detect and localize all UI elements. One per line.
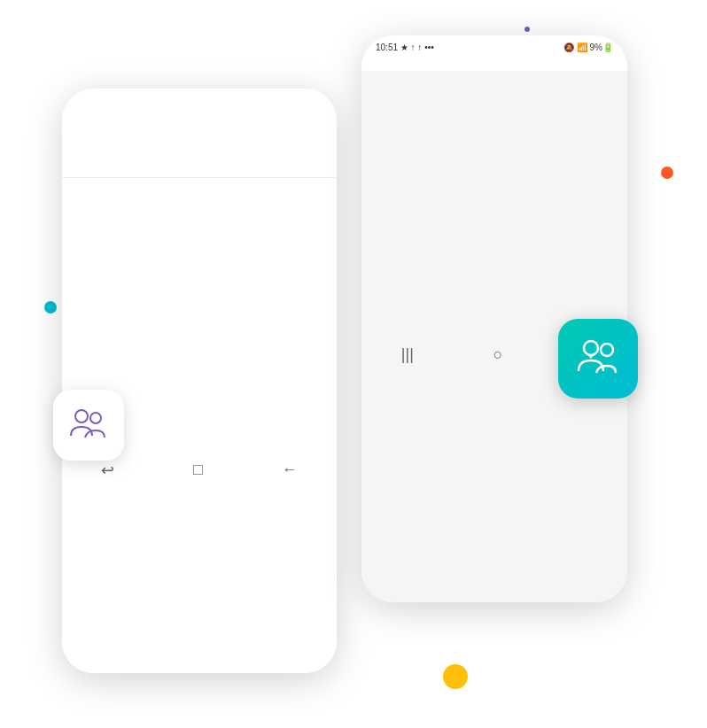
decorative-dot-yellow xyxy=(443,664,468,689)
nav-home-icon[interactable]: □ xyxy=(193,461,203,479)
nav-back-icon[interactable]: ↩ xyxy=(101,461,114,480)
family-icon-left xyxy=(64,400,113,450)
svg-point-1 xyxy=(90,413,101,423)
svg-point-31 xyxy=(601,344,613,356)
family-badge-right xyxy=(558,319,638,399)
nav-home-icon[interactable]: ○ xyxy=(493,345,503,364)
svg-rect-29 xyxy=(570,330,626,387)
right-status-bar: 10:51 ★ ↑ ↑ ••• 🔕 📶 9%🔋 xyxy=(361,35,627,56)
svg-point-30 xyxy=(584,341,598,355)
family-icon-right xyxy=(570,330,626,387)
decorative-dot-teal xyxy=(44,301,57,314)
family-badge-left xyxy=(53,390,124,461)
nav-menu-icon[interactable]: ||| xyxy=(401,345,414,364)
decorative-dot-orange xyxy=(661,167,673,179)
nav-recent-icon[interactable]: ← xyxy=(282,461,298,479)
left-phone: ☰ □ ✓ ••• 🔕 WiFi 32%🔋 11:41 ‹ Activity R… xyxy=(62,89,337,673)
decorative-dot-small-2 xyxy=(524,27,530,32)
right-status-left: 10:51 ★ ↑ ↑ ••• xyxy=(376,43,434,52)
svg-point-0 xyxy=(75,410,88,422)
right-status-right: 🔕 📶 9%🔋 xyxy=(563,43,613,52)
